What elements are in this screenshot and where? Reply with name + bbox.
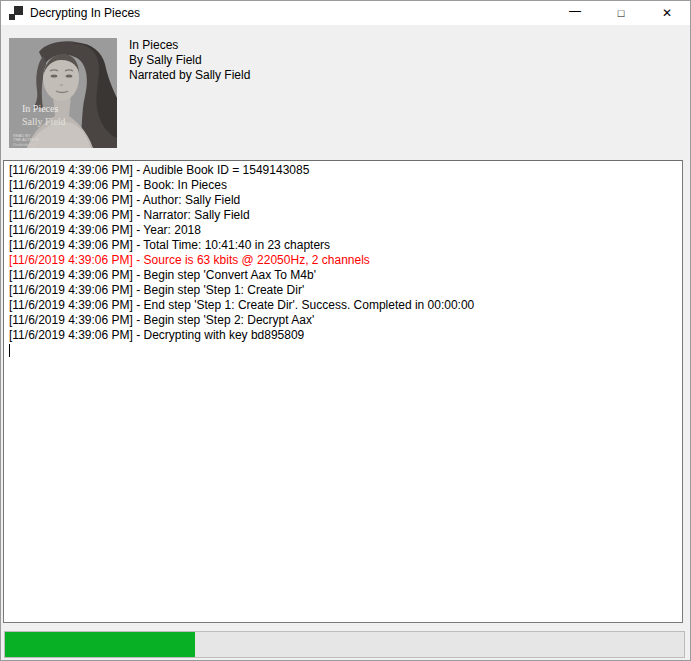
log-line: [11/6/2019 4:39:06 PM] - Year: 2018 — [9, 223, 678, 238]
text-caret — [9, 344, 10, 357]
book-meta: In Pieces By Sally Field Narrated by Sal… — [129, 38, 250, 83]
log-textbox[interactable]: [11/6/2019 4:39:06 PM] - Audible Book ID… — [3, 160, 683, 623]
cover-badge-line3: Unabridged — [13, 142, 34, 147]
log-line: [11/6/2019 4:39:06 PM] - Begin step 'Ste… — [9, 283, 678, 298]
window-title: Decrypting In Pieces — [30, 6, 140, 20]
progress-bar-fill — [5, 632, 195, 657]
close-button[interactable]: ✕ — [644, 1, 690, 25]
log-line: [11/6/2019 4:39:06 PM] - Book: In Pieces — [9, 178, 678, 193]
cover-author-text: Sally Field — [22, 116, 66, 127]
log-line: [11/6/2019 4:39:06 PM] - End step 'Step … — [9, 298, 678, 313]
maximize-button[interactable]: □ — [598, 1, 644, 25]
window-controls: — □ ✕ — [552, 1, 690, 25]
title-bar: Decrypting In Pieces — □ ✕ — [1, 1, 690, 25]
log-line: [11/6/2019 4:39:06 PM] - Decrypting with… — [9, 328, 678, 343]
minimize-icon: — — [569, 4, 581, 18]
app-icon-square-large — [14, 6, 23, 15]
maximize-icon: □ — [618, 7, 625, 19]
minimize-button[interactable]: — — [552, 1, 598, 25]
book-header: In Pieces Sally Field READ BY THE AUTHOR… — [1, 25, 690, 160]
log-caret-line — [9, 343, 678, 358]
book-narrator: Narrated by Sally Field — [129, 68, 250, 83]
progress-bar — [4, 631, 685, 658]
log-line: [11/6/2019 4:39:06 PM] - Total Time: 10:… — [9, 238, 678, 253]
log-line: [11/6/2019 4:39:06 PM] - Begin step 'Ste… — [9, 313, 678, 328]
log-line: [11/6/2019 4:39:06 PM] - Narrator: Sally… — [9, 208, 678, 223]
log-line: [11/6/2019 4:39:06 PM] - Author: Sally F… — [9, 193, 678, 208]
book-title: In Pieces — [129, 38, 250, 53]
app-icon[interactable] — [9, 6, 23, 20]
book-author: By Sally Field — [129, 53, 250, 68]
book-cover-image: In Pieces Sally Field READ BY THE AUTHOR… — [9, 38, 117, 148]
log-line-error: [11/6/2019 4:39:06 PM] - Source is 63 kb… — [9, 253, 678, 268]
log-line: [11/6/2019 4:39:06 PM] - Begin step 'Con… — [9, 268, 678, 283]
close-icon: ✕ — [662, 6, 672, 20]
log-line: [11/6/2019 4:39:06 PM] - Audible Book ID… — [9, 163, 678, 178]
cover-title-text: In Pieces — [22, 103, 58, 114]
app-window: Decrypting In Pieces — □ ✕ — [0, 0, 691, 661]
